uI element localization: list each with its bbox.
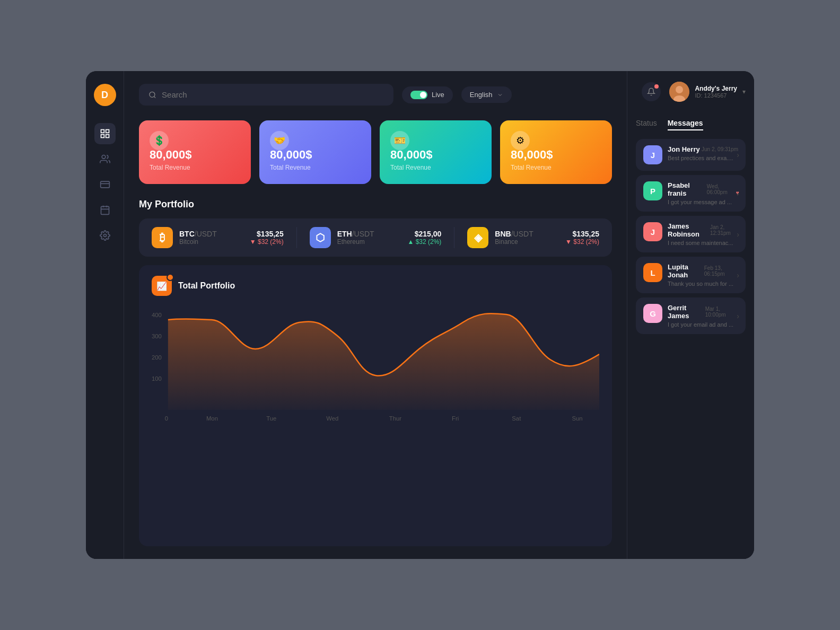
stat-card-revenue-4[interactable]: ⚙ 80,000$ Total Revenue <box>500 120 612 184</box>
right-header: Anddy's Jerry ID: 1234567 ▾ <box>636 82 746 106</box>
crypto-item-eth[interactable]: ⬡ ETH/USDT Ethereum $215,00 ▲ $32 (2%) <box>296 227 442 248</box>
sidebar-item-calendar[interactable] <box>94 199 116 221</box>
chart-fill <box>168 313 599 410</box>
search-icon <box>148 91 156 99</box>
msg-avatar-gerrit: G <box>643 304 662 323</box>
eth-name: Ethereum <box>337 238 374 246</box>
svg-text:0: 0 <box>165 415 168 422</box>
eth-change: ▲ $32 (2%) <box>407 238 441 246</box>
svg-rect-1 <box>106 130 109 133</box>
svg-text:400: 400 <box>152 312 162 318</box>
header: Live English <box>139 84 612 106</box>
live-badge: Live <box>402 86 453 103</box>
btc-price: $135,25 ▼ $32 (2%) <box>250 230 284 246</box>
svg-text:Wed: Wed <box>326 415 338 422</box>
main-content: Live English 💲 80,000$ Total Revenue 🤝 8… <box>124 71 627 559</box>
msg-meta-lupita: Lupita Jonah Feb 13, 06:15pm <box>668 263 738 279</box>
svg-text:Fri: Fri <box>452 415 459 422</box>
svg-rect-2 <box>101 135 104 138</box>
message-item-james[interactable]: J James Robinson Jan 2, 12:31pm I need s… <box>636 216 746 252</box>
stat-icon-2: 🤝 <box>270 131 289 150</box>
msg-meta-psabel: Psabel franis Wed, 06:00pm <box>668 181 738 197</box>
btc-name: Bitcoin <box>179 238 217 246</box>
portfolio-section: My Portfolio ₿ BTC/USDT Bitcoin $135,25 … <box>139 199 612 546</box>
bnb-logo: ◈ <box>467 227 488 248</box>
message-item-psabel[interactable]: P Psabel franis Wed, 06:00pm I got your … <box>636 175 746 212</box>
tab-status[interactable]: Status <box>636 119 657 130</box>
msg-content-jon: Jon Herry Jun 2, 09:31pm Best prectices … <box>668 145 738 161</box>
user-info[interactable]: Anddy's Jerry ID: 1234567 ▾ <box>669 82 746 102</box>
stat-card-revenue-3[interactable]: 🎫 80,000$ Total Revenue <box>380 120 492 184</box>
msg-time-psabel: Wed, 06:00pm <box>707 183 738 195</box>
svg-point-22 <box>676 86 683 93</box>
msg-preview-psabel: I got your message ad ... <box>668 199 738 205</box>
svg-point-7 <box>103 234 106 237</box>
msg-arrow-icon-2: › <box>737 189 739 198</box>
msg-content-lupita: Lupita Jonah Feb 13, 06:15pm Thank you s… <box>668 263 738 287</box>
svg-text:100: 100 <box>152 375 162 382</box>
svg-rect-3 <box>106 135 109 138</box>
language-label: English <box>470 91 493 99</box>
msg-preview-lupita: Thank you so much for ... <box>668 281 738 287</box>
sidebar: D <box>86 71 124 559</box>
message-item-jon[interactable]: J Jon Herry Jun 2, 09:31pm Best prectice… <box>636 139 746 171</box>
msg-avatar-psabel: P <box>643 181 662 200</box>
crypto-item-bnb[interactable]: ◈ BNB/USDT Binance $135,25 ▼ $32 (2%) <box>454 227 599 248</box>
stat-value-3: 80,000$ <box>390 148 481 162</box>
msg-arrow-icon-3: › <box>737 230 739 239</box>
msg-meta-james: James Robinson Jan 2, 12:31pm <box>668 222 738 238</box>
bnb-change: ▼ $32 (2%) <box>565 238 599 246</box>
sidebar-item-dashboard[interactable] <box>94 123 116 144</box>
btc-change: ▼ $32 (2%) <box>250 238 284 246</box>
language-selector[interactable]: English <box>461 86 512 103</box>
stat-card-revenue-1[interactable]: 💲 80,000$ Total Revenue <box>139 120 251 184</box>
msg-arrow-icon: › <box>737 151 739 159</box>
msg-meta-jon: Jon Herry Jun 2, 09:31pm <box>668 145 738 153</box>
msg-content-gerrit: Gerrit James Mar 1, 10:00pm I got your e… <box>668 304 738 328</box>
btc-logo: ₿ <box>152 227 173 248</box>
stat-value-2: 80,000$ <box>270 148 361 162</box>
search-bar[interactable] <box>139 84 393 106</box>
bnb-price: $135,25 ▼ $32 (2%) <box>565 230 599 246</box>
user-name: Anddy's Jerry <box>695 85 737 92</box>
portfolio-chart: 400 300 200 100 0 Mon Tue Wed Thur Fri S… <box>152 307 599 423</box>
bnb-symbol: BNB/USDT <box>495 230 533 238</box>
svg-text:Sun: Sun <box>572 415 583 422</box>
stat-value-4: 80,000$ <box>511 148 601 162</box>
chevron-down-icon <box>497 92 503 98</box>
messages-tabs: Status Messages <box>636 119 746 130</box>
sidebar-item-wallet[interactable] <box>94 174 116 195</box>
notification-button[interactable] <box>642 82 661 101</box>
msg-content-james: James Robinson Jan 2, 12:31pm I need som… <box>668 222 738 246</box>
sidebar-item-users[interactable] <box>94 148 116 170</box>
message-item-gerrit[interactable]: G Gerrit James Mar 1, 10:00pm I got your… <box>636 298 746 334</box>
msg-name-psabel: Psabel franis <box>668 181 707 197</box>
sidebar-item-settings[interactable] <box>94 225 116 246</box>
chart-title: Total Portfolio <box>178 281 235 291</box>
svg-text:Thur: Thur <box>389 415 402 422</box>
crypto-item-btc[interactable]: ₿ BTC/USDT Bitcoin $135,25 ▼ $32 (2%) <box>152 227 284 248</box>
live-toggle[interactable] <box>410 91 427 99</box>
stat-card-revenue-2[interactable]: 🤝 80,000$ Total Revenue <box>259 120 371 184</box>
message-item-lupita[interactable]: L Lupita Jonah Feb 13, 06:15pm Thank you… <box>636 257 746 293</box>
stat-value-1: 80,000$ <box>150 148 240 162</box>
user-chevron-icon: ▾ <box>742 88 746 95</box>
stat-icon-3: 🎫 <box>390 131 409 150</box>
msg-name-jon: Jon Herry <box>668 145 700 153</box>
stat-label-1: Total Revenue <box>150 164 240 171</box>
user-name-wrap: Anddy's Jerry ID: 1234567 <box>695 85 737 99</box>
msg-preview-gerrit: I got your email ad and ... <box>668 321 738 328</box>
msg-time-lupita: Feb 13, 06:15pm <box>704 265 738 277</box>
msg-name-lupita: Lupita Jonah <box>668 263 704 279</box>
svg-rect-0 <box>101 130 104 133</box>
eth-quote: /USDT <box>352 230 374 238</box>
sidebar-logo: D <box>94 84 116 106</box>
tab-messages[interactable]: Messages <box>668 119 703 130</box>
msg-time-james: Jan 2, 12:31pm <box>710 224 738 236</box>
svg-text:Tue: Tue <box>266 415 276 422</box>
svg-point-8 <box>150 92 155 97</box>
search-input[interactable] <box>162 90 384 99</box>
btc-symbol: BTC/USDT <box>179 230 217 238</box>
bell-icon <box>647 88 655 96</box>
eth-logo: ⬡ <box>310 227 331 248</box>
